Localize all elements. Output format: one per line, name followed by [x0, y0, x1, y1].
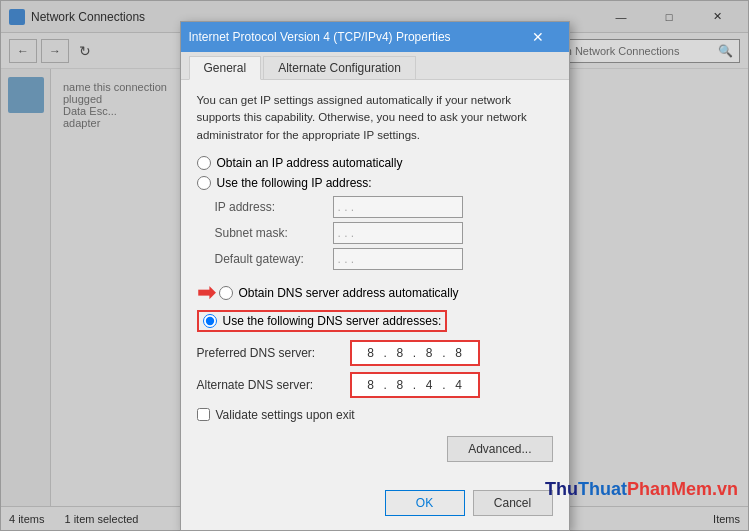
default-gateway-input[interactable]: . . . — [333, 248, 463, 270]
auto-dns-option[interactable]: Obtain DNS server address automatically — [219, 286, 459, 300]
alternate-dns-value: 8 . 8 . 4 . 4 — [355, 377, 473, 393]
nc-window: Network Connections — □ ✕ ← → ↻ 🔍 name t… — [0, 0, 749, 531]
dialog-ipv4: Internet Protocol Version 4 (TCP/IPv4) P… — [180, 21, 570, 531]
auto-dns-label: Obtain DNS server address automatically — [239, 286, 459, 300]
manual-ip-label: Use the following IP address: — [217, 176, 372, 190]
dialog-title: Internet Protocol Version 4 (TCP/IPv4) P… — [189, 30, 509, 44]
ip-address-row: IP address: . . . — [215, 196, 553, 218]
red-arrow-icon: ➡ — [197, 280, 215, 306]
preferred-dns-value: 8 . 8 . 8 . 8 — [355, 345, 473, 361]
preferred-dns-row: Preferred DNS server: 8 . 8 . 8 . 8 — [197, 340, 553, 366]
dialog-overlay: Internet Protocol Version 4 (TCP/IPv4) P… — [1, 1, 748, 530]
tab-general[interactable]: General — [189, 56, 262, 80]
manual-ip-option[interactable]: Use the following IP address: — [197, 176, 553, 190]
dialog-tabs: General Alternate Configuration — [181, 52, 569, 80]
watermark-part3: Phan — [627, 479, 671, 499]
watermark: ThuThuatPhanMem.vn — [545, 479, 738, 500]
validate-row: Validate settings upon exit — [197, 408, 553, 422]
dialog-footer: OK Cancel — [181, 482, 569, 530]
subnet-mask-row: Subnet mask: . . . — [215, 222, 553, 244]
manual-dns-option-wrapper: Use the following DNS server addresses: — [197, 310, 448, 332]
preferred-dns-input[interactable]: 8 . 8 . 8 . 8 — [350, 340, 480, 366]
alternate-dns-input[interactable]: 8 . 8 . 4 . 4 — [350, 372, 480, 398]
auto-ip-option[interactable]: Obtain an IP address automatically — [197, 156, 553, 170]
auto-ip-label: Obtain an IP address automatically — [217, 156, 403, 170]
dialog-body: You can get IP settings assigned automat… — [181, 80, 569, 482]
subnet-mask-label: Subnet mask: — [215, 226, 325, 240]
ip-fields: IP address: . . . Subnet mask: . . . Def… — [215, 196, 553, 270]
subnet-mask-input[interactable]: . . . — [333, 222, 463, 244]
alternate-dns-label: Alternate DNS server: — [197, 378, 342, 392]
manual-dns-label: Use the following DNS server addresses: — [223, 314, 442, 328]
validate-label: Validate settings upon exit — [216, 408, 355, 422]
ok-btn[interactable]: OK — [385, 490, 465, 516]
dialog-titlebar: Internet Protocol Version 4 (TCP/IPv4) P… — [181, 22, 569, 52]
ip-address-label: IP address: — [215, 200, 325, 214]
tab-alternate-config[interactable]: Alternate Configuration — [263, 56, 416, 79]
watermark-part4: Mem — [671, 479, 712, 499]
manual-ip-radio[interactable] — [197, 176, 211, 190]
dns-auto-row: ➡ Obtain DNS server address automaticall… — [197, 280, 553, 306]
advanced-row: Advanced... — [197, 436, 553, 462]
auto-ip-radio[interactable] — [197, 156, 211, 170]
validate-checkbox[interactable] — [197, 408, 210, 421]
watermark-part5: .vn — [712, 479, 738, 499]
manual-dns-radio[interactable] — [203, 314, 217, 328]
default-gateway-row: Default gateway: . . . — [215, 248, 553, 270]
preferred-dns-label: Preferred DNS server: — [197, 346, 342, 360]
dialog-description: You can get IP settings assigned automat… — [197, 92, 553, 144]
ip-address-input[interactable]: . . . — [333, 196, 463, 218]
watermark-part1: Thu — [545, 479, 578, 499]
manual-dns-option[interactable]: Use the following DNS server addresses: — [203, 314, 442, 328]
dialog-close-btn[interactable]: ✕ — [515, 23, 561, 51]
default-gateway-label: Default gateway: — [215, 252, 325, 266]
cancel-btn[interactable]: Cancel — [473, 490, 553, 516]
auto-dns-radio[interactable] — [219, 286, 233, 300]
alternate-dns-row: Alternate DNS server: 8 . 8 . 4 . 4 — [197, 372, 553, 398]
advanced-btn[interactable]: Advanced... — [447, 436, 552, 462]
dns-section: ➡ Obtain DNS server address automaticall… — [197, 280, 553, 398]
watermark-part2: Thuat — [578, 479, 627, 499]
